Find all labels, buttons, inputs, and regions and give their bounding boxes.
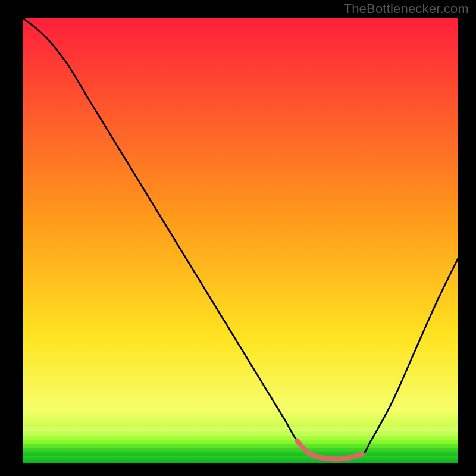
svg-rect-1 <box>23 431 458 436</box>
svg-rect-3 <box>23 440 458 444</box>
svg-rect-6 <box>23 452 458 456</box>
plot-background <box>23 18 458 463</box>
svg-rect-0 <box>23 427 458 431</box>
green-striations <box>23 427 458 456</box>
svg-rect-4 <box>23 444 458 448</box>
svg-rect-2 <box>23 436 458 440</box>
bottleneck-chart <box>0 0 476 476</box>
attribution-text: TheBottlenecker.com <box>344 1 469 17</box>
svg-rect-5 <box>23 448 458 452</box>
chart-frame: TheBottlenecker.com <box>0 0 476 476</box>
